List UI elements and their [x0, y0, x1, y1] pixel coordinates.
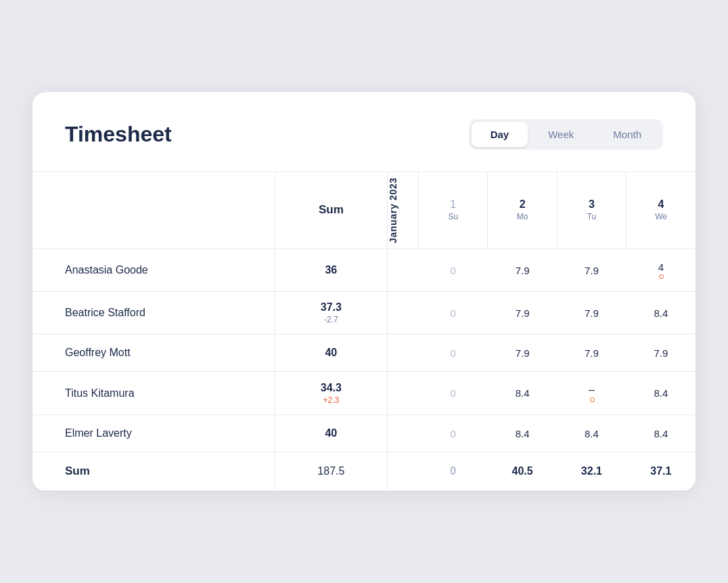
card-header: Timesheet Day Week Month — [32, 119, 696, 171]
day-cell: 7.9 — [488, 249, 557, 292]
day-cell: 7.9 — [557, 334, 626, 372]
day-number-1: 1 — [424, 198, 482, 211]
day-number-4: 4 — [632, 198, 690, 211]
day-cell: 0 — [419, 249, 488, 292]
month-header: January 2023 — [388, 171, 419, 249]
toggle-week[interactable]: Week — [529, 122, 593, 147]
table-row: Titus Kitamura34.3+2.308.4–8.4 — [32, 372, 696, 415]
day-header-4: 4 We — [627, 171, 696, 249]
name-header — [32, 171, 275, 249]
sum-row-month-sep — [388, 452, 419, 491]
table-row: Geoffrey Mott4007.97.97.9 — [32, 334, 696, 372]
day-cell: 7.9 — [557, 292, 626, 334]
sum-day-cell: 0 — [419, 452, 488, 491]
day-cell: 8.4 — [627, 292, 696, 334]
month-separator — [388, 372, 419, 415]
sum-cell: 37.3-2.7 — [275, 292, 387, 334]
day-name-3: Tu — [563, 212, 620, 221]
day-cell: 8.4 — [627, 415, 696, 452]
day-cell: 7.9 — [627, 334, 696, 372]
view-toggle: Day Week Month — [469, 119, 663, 150]
timesheet-card: Timesheet Day Week Month Sum January 202… — [32, 92, 696, 491]
day-header-2: 2 Mo — [488, 171, 557, 249]
sum-row: Sum187.5040.532.137.1 — [32, 452, 696, 491]
employee-name: Anastasia Goode — [32, 249, 275, 292]
day-name-4: We — [632, 212, 690, 221]
sum-row-total: 187.5 — [275, 452, 387, 491]
table-wrapper: Sum January 2023 1 Su 2 Mo 3 — [32, 171, 696, 491]
day-name-2: Mo — [493, 212, 551, 221]
month-separator — [388, 249, 419, 292]
day-cell: – — [557, 372, 626, 415]
table-header-row: Sum January 2023 1 Su 2 Mo 3 — [32, 171, 696, 249]
day-cell: 8.4 — [488, 415, 557, 452]
day-cell: 7.9 — [488, 292, 557, 334]
table-row: Anastasia Goode3607.97.94 — [32, 249, 696, 292]
day-number-2: 2 — [493, 198, 551, 211]
day-cell: 4 — [627, 249, 696, 292]
day-cell: 0 — [419, 292, 488, 334]
employee-name: Geoffrey Mott — [32, 334, 275, 372]
sum-header: Sum — [275, 171, 387, 249]
month-separator — [388, 415, 419, 452]
employee-name: Elmer Laverty — [32, 415, 275, 452]
day-cell: 8.4 — [488, 372, 557, 415]
month-label: January 2023 — [388, 172, 399, 249]
table-row: Elmer Laverty4008.48.48.4 — [32, 415, 696, 452]
employee-name: Titus Kitamura — [32, 372, 275, 415]
table-row: Beatrice Stafford37.3-2.707.97.98.4 — [32, 292, 696, 334]
month-separator — [388, 292, 419, 334]
sum-day-cell: 40.5 — [488, 452, 557, 491]
day-cell: 0 — [419, 415, 488, 452]
employee-name: Beatrice Stafford — [32, 292, 275, 334]
table-body: Anastasia Goode3607.97.94Beatrice Staffo… — [32, 249, 696, 491]
sum-cell: 34.3+2.3 — [275, 372, 387, 415]
sum-day-cell: 37.1 — [627, 452, 696, 491]
sum-day-cell: 32.1 — [557, 452, 626, 491]
day-header-3: 3 Tu — [557, 171, 626, 249]
day-cell: 8.4 — [557, 415, 626, 452]
page-title: Timesheet — [65, 122, 172, 147]
day-cell: 0 — [419, 334, 488, 372]
day-cell: 8.4 — [627, 372, 696, 415]
day-cell: 7.9 — [488, 334, 557, 372]
day-number-3: 3 — [563, 198, 620, 211]
sum-cell: 36 — [275, 249, 387, 292]
toggle-month[interactable]: Month — [594, 122, 660, 147]
day-cell: 0 — [419, 372, 488, 415]
toggle-day[interactable]: Day — [472, 122, 528, 147]
sum-row-label: Sum — [32, 452, 275, 491]
sum-cell: 40 — [275, 415, 387, 452]
month-separator — [388, 334, 419, 372]
timesheet-table: Sum January 2023 1 Su 2 Mo 3 — [32, 171, 696, 491]
day-cell: 7.9 — [557, 249, 626, 292]
sum-cell: 40 — [275, 334, 387, 372]
day-name-1: Su — [424, 212, 482, 221]
day-header-1: 1 Su — [419, 171, 488, 249]
sum-header-label: Sum — [319, 203, 344, 216]
